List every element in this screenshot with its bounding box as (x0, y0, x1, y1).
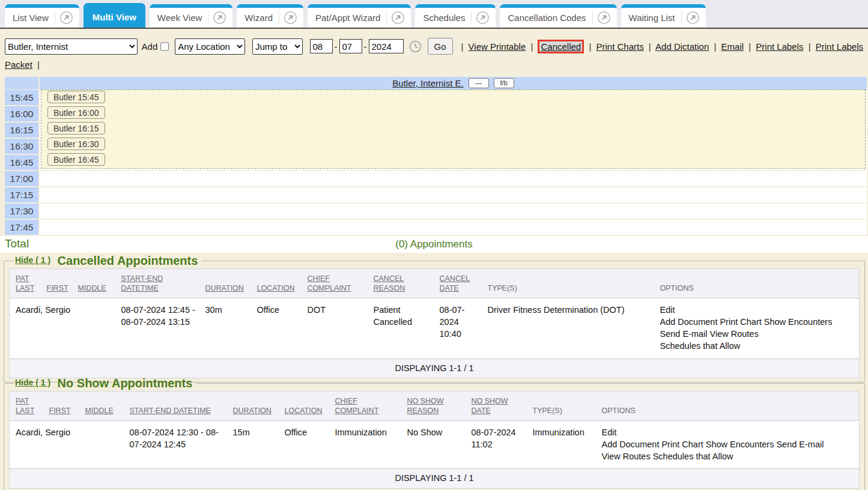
tab-label: Schedules (423, 13, 471, 23)
col-cancel-date[interactable]: CANCEL DATE (440, 269, 488, 298)
schedule-slot-row[interactable] (40, 187, 867, 202)
hide-noshow-link[interactable]: Hide ( 1 ) (15, 378, 50, 387)
col-middle[interactable]: MIDDLE (85, 392, 130, 421)
cancelled-appointments-table: PAT LAST FIRST MIDDLE START-END DATETIME… (9, 268, 860, 378)
cell-cancel-date: 08-07-2024 10:40 (440, 298, 488, 358)
tab-divider (279, 11, 279, 25)
add-label: Add (142, 41, 158, 52)
slot-button[interactable]: Butler 16:00 (47, 106, 105, 119)
cancelled-link[interactable]: Cancelled (538, 40, 584, 53)
multi-view-page: List View Multi View Week View Wizard Pa… (0, 0, 868, 490)
schedule-slot-row[interactable] (40, 204, 867, 219)
external-link-icon[interactable] (213, 11, 229, 25)
total-row: Total (0) Appointments (0, 236, 868, 253)
link-separator: | (649, 41, 651, 52)
provider-select[interactable]: Butler, Internist (5, 38, 138, 55)
tab-bar: List View Multi View Week View Wizard Pa… (0, 0, 868, 29)
date-year-input[interactable] (369, 39, 404, 53)
available-slots-block: Butler 15:45 Butler 16:00 Butler 16:15 B… (41, 89, 866, 169)
go-button[interactable]: Go (428, 38, 453, 55)
row-options[interactable]: Edit Add Document Print Chart Show Encou… (660, 298, 860, 358)
hide-cancelled-link[interactable]: Hide ( 1 ) (15, 255, 50, 265)
add-checkbox[interactable] (160, 42, 169, 51)
slot-button[interactable]: Butler 16:15 (47, 122, 105, 135)
provider-column-link[interactable]: Butler, Internist E. (392, 78, 463, 88)
col-duration[interactable]: DURATION (233, 392, 285, 421)
col-middle[interactable]: MIDDLE (78, 269, 121, 298)
fb-button[interactable]: f/b (494, 78, 514, 88)
date-day-input[interactable] (339, 39, 362, 53)
cancelled-section-title: Cancelled Appointments (58, 254, 198, 267)
col-chief-complaint[interactable]: CHIEF COMPLAINT (335, 392, 407, 421)
option-links[interactable]: Add Document Print Chart Show Encounters (660, 316, 854, 328)
slot-button[interactable]: Butler 15:45 (47, 91, 105, 103)
collapse-column-button[interactable]: — (469, 78, 489, 88)
col-pat-last[interactable]: PAT LAST (10, 269, 47, 298)
packet-link[interactable]: Packet (5, 59, 32, 70)
col-types: TYPE(S) (488, 269, 660, 298)
col-location[interactable]: LOCATION (285, 392, 335, 421)
clock-icon[interactable] (409, 40, 422, 53)
external-link-icon[interactable] (284, 11, 300, 25)
col-first[interactable]: FIRST (49, 392, 85, 421)
cell-location: Office (285, 420, 335, 469)
add-dictation-link[interactable]: Add Dictation (655, 41, 709, 52)
col-no-show-date[interactable]: NO SHOW DATE (472, 392, 533, 421)
slot-button[interactable]: Butler 16:30 (47, 138, 105, 150)
tab-pat-appt-wizard[interactable]: Pat/Appt Wizard (308, 4, 411, 28)
cell-no-show-reason: No Show (407, 420, 472, 469)
view-printable-link[interactable]: View Printable (469, 41, 526, 52)
displaying-count: DISPLAYING 1-1 / 1 (10, 358, 860, 378)
option-link[interactable]: Edit (602, 426, 854, 438)
table-header-row: PAT LAST FIRST MIDDLE START-END DATETIME… (10, 392, 860, 421)
noshow-section-title: No Show Appointments (58, 377, 193, 390)
col-options: OPTIONS (602, 392, 860, 421)
print-labels-link[interactable]: Print Labels (756, 41, 803, 52)
cancelled-appointments-section: Hide ( 1 ) Cancelled Appointments PAT LA… (4, 254, 865, 383)
no-show-appointments-section: Hide ( 1 ) No Show Appointments PAT LAST… (4, 377, 865, 490)
time-label: 16:00 (5, 106, 38, 121)
tab-wizard[interactable]: Wizard (237, 4, 303, 28)
tab-divider (55, 11, 55, 25)
slot-button[interactable]: Butler 16:45 (47, 153, 105, 166)
option-link[interactable]: Edit (660, 304, 854, 316)
external-link-icon[interactable] (686, 11, 702, 25)
tab-schedules[interactable]: Schedules (415, 4, 496, 28)
external-link-icon[interactable] (59, 11, 76, 25)
tab-list-view[interactable]: List View (5, 4, 79, 28)
tab-cancellation-codes[interactable]: Cancellation Codes (500, 4, 616, 28)
col-chief-complaint[interactable]: CHIEF COMPLAINT (308, 269, 374, 298)
email-link[interactable]: Email (721, 41, 744, 52)
option-links[interactable]: Schedules that Allow (660, 340, 854, 352)
col-start-end[interactable]: START-END DATETIME (130, 392, 233, 421)
col-first[interactable]: FIRST (47, 269, 78, 298)
col-cancel-reason[interactable]: CANCEL REASON (374, 269, 440, 298)
col-start-end[interactable]: START-END DATETIME (121, 269, 205, 298)
option-links[interactable]: Add Document Print Chart Show Encounters… (602, 438, 854, 450)
schedule-slot-row[interactable] (40, 220, 867, 235)
tab-multi-view[interactable]: Multi View (83, 3, 145, 28)
option-links[interactable]: View Routes Schedules that Allow (602, 450, 854, 462)
row-options[interactable]: Edit Add Document Print Chart Show Encou… (602, 420, 860, 469)
date-month-input[interactable] (310, 39, 333, 53)
col-no-show-reason[interactable]: NO SHOW REASON (407, 392, 472, 421)
tab-label: Wizard (244, 13, 279, 23)
col-types: TYPE(S) (533, 392, 602, 421)
tab-waiting-list[interactable]: Waiting List (621, 4, 706, 28)
option-links[interactable]: Send E-mail View Routes (660, 328, 854, 340)
tab-label: Week View (157, 13, 208, 23)
jump-to-select[interactable]: Jump to (252, 38, 303, 55)
link-separator: | (714, 41, 716, 52)
date-separator: - (364, 41, 367, 52)
external-link-icon[interactable] (597, 11, 613, 25)
col-pat-last[interactable]: PAT LAST (10, 392, 49, 421)
schedule-slot-row[interactable] (40, 171, 867, 186)
col-location[interactable]: LOCATION (257, 269, 308, 298)
print-labels-packet-link[interactable]: Print Labels (816, 41, 863, 52)
external-link-icon[interactable] (476, 11, 492, 25)
external-link-icon[interactable] (391, 11, 407, 25)
tab-week-view[interactable]: Week View (150, 4, 232, 28)
col-duration[interactable]: DURATION (205, 269, 257, 298)
location-select[interactable]: Any Location (175, 38, 245, 55)
print-charts-link[interactable]: Print Charts (596, 41, 643, 52)
